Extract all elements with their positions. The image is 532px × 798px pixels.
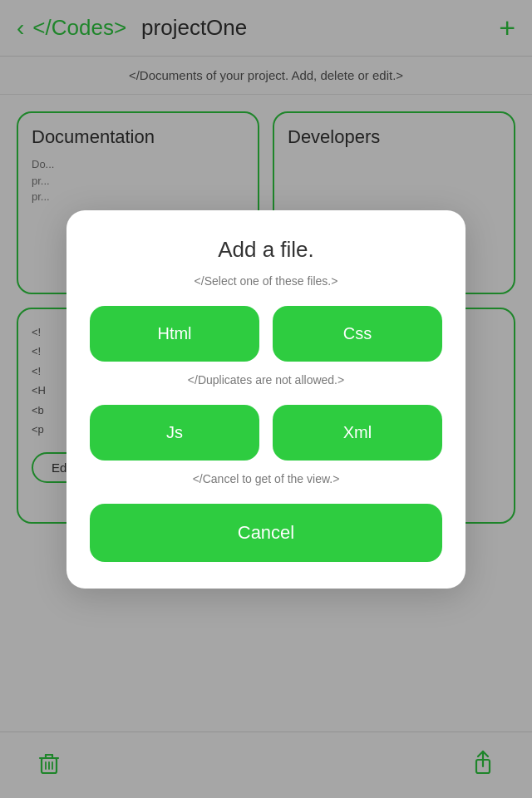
xml-button[interactable]: Xml <box>273 405 442 461</box>
modal-title: Add a file. <box>90 237 442 263</box>
modal-hint3: </Cancel to get of the view.> <box>90 472 442 485</box>
html-button[interactable]: Html <box>90 306 259 362</box>
modal-overlay: Add a file. </Select one of these files.… <box>0 0 532 798</box>
add-file-modal: Add a file. </Select one of these files.… <box>66 210 466 589</box>
cancel-button[interactable]: Cancel <box>90 504 442 562</box>
css-button[interactable]: Css <box>273 306 442 362</box>
js-button[interactable]: Js <box>90 405 259 461</box>
modal-file-row1: Html Css <box>90 306 442 362</box>
modal-hint1: </Select one of these files.> <box>90 274 442 288</box>
modal-hint2: </Duplicates are not allowed.> <box>90 373 442 387</box>
modal-file-row2: Js Xml <box>90 405 442 461</box>
